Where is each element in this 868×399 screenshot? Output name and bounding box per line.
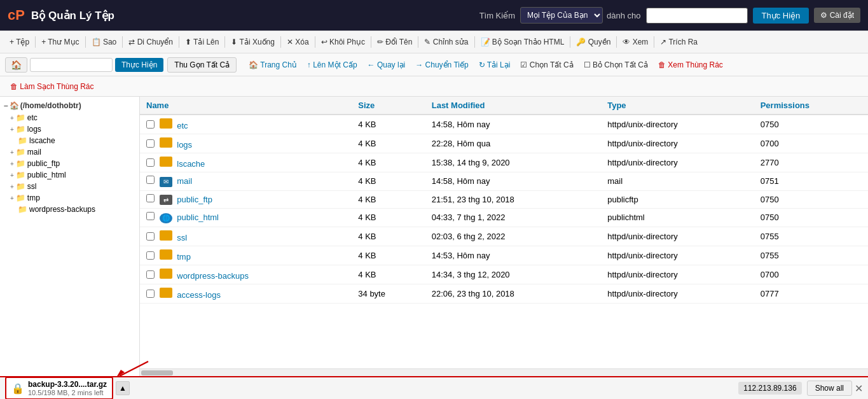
row-checkbox[interactable] xyxy=(146,232,155,241)
col-name[interactable]: Name xyxy=(140,97,352,115)
file-modified: 04:33, 7 thg 1, 2022 xyxy=(425,209,602,227)
file-modified: 02:03, 6 thg 2, 2022 xyxy=(425,227,602,246)
go-back-btn[interactable]: ← Quay lại xyxy=(363,59,410,71)
expand-icon: + xyxy=(10,195,14,202)
sidebar-item-logs[interactable]: + 📁 logs xyxy=(0,123,139,135)
sidebar-mail-label: mail xyxy=(27,148,41,157)
file-type: mail xyxy=(601,172,754,191)
go-forward-btn[interactable]: → Chuyển Tiếp xyxy=(411,59,472,71)
restore-btn[interactable]: ↩ Khôi Phục xyxy=(317,36,369,48)
file-name-link[interactable]: tmp xyxy=(177,252,191,262)
search-input[interactable] xyxy=(646,8,748,24)
table-row[interactable]: 🌐 public_html 4 KB 04:33, 7 thg 1, 2022 … xyxy=(140,209,868,227)
col-type[interactable]: Type xyxy=(601,97,754,115)
col-size[interactable]: Size xyxy=(352,97,425,115)
row-checkbox[interactable] xyxy=(146,120,155,129)
file-size: 4 KB xyxy=(352,190,425,209)
download-btn[interactable]: ⬇ Tải Xuống xyxy=(226,36,279,48)
col-permissions[interactable]: Permissions xyxy=(754,97,868,115)
file-name-link[interactable]: public_html xyxy=(177,213,219,222)
go-home-btn[interactable]: 🏠 Trang Chủ xyxy=(244,59,301,71)
sidebar-item-lscache[interactable]: 📁 lscache xyxy=(0,135,139,146)
folder-icon: 📁 xyxy=(16,148,25,157)
table-row[interactable]: lscache 4 KB 15:38, 14 thg 9, 2020 httpd… xyxy=(140,153,868,172)
file-name-link[interactable]: etc xyxy=(177,121,188,130)
file-name-link[interactable]: access-logs xyxy=(177,290,221,300)
row-checkbox[interactable] xyxy=(146,176,155,184)
file-name-link[interactable]: logs xyxy=(177,140,192,150)
row-checkbox[interactable] xyxy=(146,251,155,260)
row-checkbox[interactable] xyxy=(146,212,155,220)
home-icon: 🏠 xyxy=(10,101,19,110)
table-row[interactable]: tmp 4 KB 14:53, Hôm nay httpd/unix-direc… xyxy=(140,246,868,265)
sidebar-item-tmp[interactable]: + 📁 tmp xyxy=(0,192,139,204)
copy-btn[interactable]: 📋 Sao xyxy=(87,36,121,48)
row-checkbox[interactable] xyxy=(146,194,155,202)
show-all-btn[interactable]: Show all xyxy=(807,381,852,396)
file-size: 4 KB xyxy=(352,172,425,191)
file-size: 4 KB xyxy=(352,246,425,265)
sidebar-item-ssl[interactable]: + 📁 ssl xyxy=(0,181,139,192)
file-table-wrap[interactable]: Name Size Last Modified Type Permissions… xyxy=(140,97,868,368)
download-filename: backup-3.3.20....tar.gz xyxy=(28,380,107,389)
close-statusbar-btn[interactable]: ✕ xyxy=(855,382,863,395)
settings-btn[interactable]: ⚙ Cài đặt xyxy=(814,8,860,23)
upload-btn[interactable]: ⬆ Tải Lên xyxy=(181,36,223,48)
table-row[interactable]: etc 4 KB 14:58, Hôm nay httpd/unix-direc… xyxy=(140,115,868,134)
file-name-link[interactable]: mail xyxy=(177,176,192,186)
select-all-btn[interactable]: ☑ Chọn Tất Cả xyxy=(516,59,577,71)
search-type-select[interactable]: Mọi Tệp Của Bạn xyxy=(520,7,603,24)
clean-trash-btn[interactable]: 🗑 Làm Sạch Thùng Rác xyxy=(5,80,99,93)
folder-icon: 📁 xyxy=(16,193,25,202)
new-file-btn[interactable]: + Tệp xyxy=(5,36,34,48)
deselect-all-btn[interactable]: ☐ Bỏ Chọn Tất Cả xyxy=(579,59,652,71)
row-checkbox[interactable] xyxy=(146,158,155,167)
table-row[interactable]: ⇄ public_ftp 4 KB 21:51, 23 thg 10, 2018… xyxy=(140,190,868,209)
table-row[interactable]: wordpress-backups 4 KB 14:34, 3 thg 12, … xyxy=(140,265,868,284)
collapse-all-btn[interactable]: Thu Gọn Tất Cả xyxy=(167,57,237,73)
view-trash-btn[interactable]: 🗑 Xem Thùng Rác xyxy=(654,59,727,71)
nav-execute-btn[interactable]: Thực Hiện xyxy=(115,58,163,72)
expand-downloads-btn[interactable]: ▲ xyxy=(116,381,130,395)
home-icon-btn[interactable]: 🏠 xyxy=(5,57,27,73)
file-type: httpd/unix-directory xyxy=(601,115,754,134)
table-row[interactable]: access-logs 34 byte 22:06, 23 thg 10, 20… xyxy=(140,284,868,303)
permissions-btn[interactable]: 🔑 Quyền xyxy=(572,36,615,48)
search-execute-btn[interactable]: Thực Hiện xyxy=(753,8,809,24)
sidebar-item-wordpress-backups[interactable]: 📁 wordpress-backups xyxy=(0,204,139,215)
row-checkbox[interactable] xyxy=(146,139,155,148)
col-modified[interactable]: Last Modified xyxy=(425,97,602,115)
table-row[interactable]: ssl 4 KB 02:03, 6 thg 2, 2022 httpd/unix… xyxy=(140,227,868,246)
file-size: 34 byte xyxy=(352,284,425,303)
move-btn[interactable]: ⇄ Di Chuyển xyxy=(124,36,177,48)
sidebar-item-etc[interactable]: + 📁 etc xyxy=(0,112,139,123)
new-folder-btn[interactable]: + Thư Mục xyxy=(37,36,83,48)
sidebar-etc-label: etc xyxy=(27,113,38,122)
file-name-link[interactable]: lscache xyxy=(177,159,205,169)
reload-btn[interactable]: ↻ Tải Lại xyxy=(474,59,515,71)
file-name-link[interactable]: public_ftp xyxy=(177,195,212,204)
table-row[interactable]: logs 4 KB 22:28, Hôm qua httpd/unix-dire… xyxy=(140,134,868,153)
file-name-link[interactable]: ssl xyxy=(177,233,187,242)
go-up-btn[interactable]: ↑ Lên Một Cấp xyxy=(303,59,362,71)
view-btn[interactable]: 👁 Xem xyxy=(618,36,652,48)
delete-btn[interactable]: ✕ Xóa xyxy=(282,36,313,48)
rename-btn[interactable]: ✏ Đổi Tên xyxy=(373,36,417,48)
file-size: 4 KB xyxy=(352,265,425,284)
sidebar-root[interactable]: – 🏠 (/home/dothobtr) xyxy=(0,99,139,112)
download-item[interactable]: 🔒 backup-3.3.20....tar.gz 10.5/198 MB, 2… xyxy=(5,377,113,399)
path-input[interactable] xyxy=(30,58,113,72)
row-checkbox[interactable] xyxy=(146,270,155,279)
sidebar-item-mail[interactable]: + 📁 mail xyxy=(0,146,139,158)
horizontal-scroll[interactable] xyxy=(140,368,868,376)
folder-icon: 📁 xyxy=(16,125,25,134)
file-modified: 22:06, 23 thg 10, 2018 xyxy=(425,284,602,303)
extract-btn[interactable]: ↗ Trích Ra xyxy=(656,36,702,48)
sidebar-item-public-ftp[interactable]: + 📁 public_ftp xyxy=(0,158,139,169)
file-name-link[interactable]: wordpress-backups xyxy=(177,271,249,281)
table-row[interactable]: ✉ mail 4 KB 14:58, Hôm nay mail 0751 xyxy=(140,172,868,191)
row-checkbox[interactable] xyxy=(146,290,155,298)
edit-btn[interactable]: ✎ Chỉnh sửa xyxy=(420,36,472,48)
html-editor-btn[interactable]: 📝 Bộ Soạn Thảo HTML xyxy=(476,36,569,48)
sidebar-item-public-html[interactable]: + 📁 public_html xyxy=(0,169,139,181)
